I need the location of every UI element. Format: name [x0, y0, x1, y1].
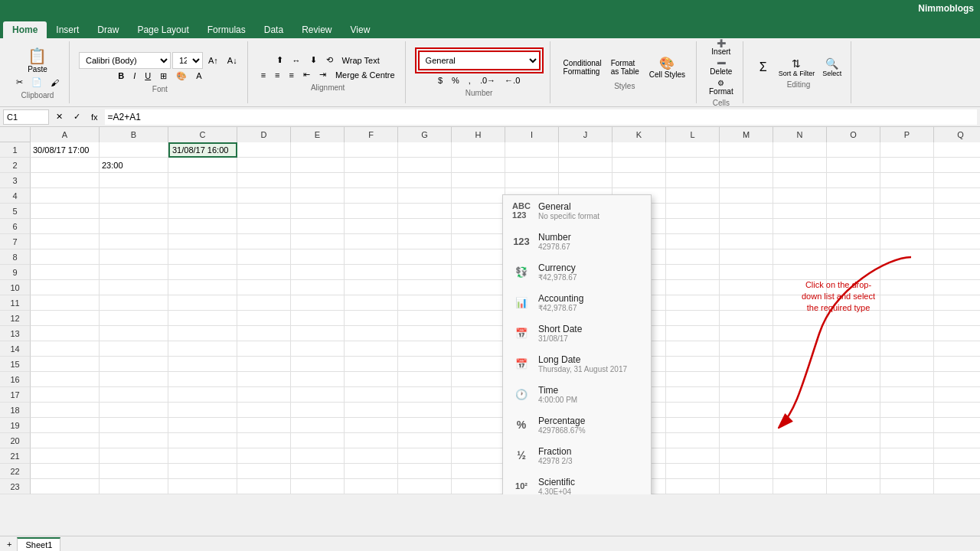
sort-filter-button[interactable]: ⇅ Sort & Filter: [776, 56, 818, 79]
grid-cell[interactable]: [398, 341, 452, 357]
align-left-button[interactable]: ≡: [257, 68, 270, 82]
grid-cell[interactable]: [100, 372, 168, 387]
grid-cell[interactable]: [237, 249, 291, 265]
grid-cell[interactable]: [100, 311, 168, 326]
col-header-g[interactable]: G: [398, 127, 452, 142]
grid-cell[interactable]: [291, 142, 345, 158]
grid-cell[interactable]: [559, 142, 612, 158]
grid-cell[interactable]: [773, 464, 827, 479]
grid-cell[interactable]: [345, 341, 398, 357]
grid-cell[interactable]: [773, 142, 827, 158]
grid-cell[interactable]: [666, 357, 720, 372]
grid-cell[interactable]: [720, 265, 773, 280]
grid-cell[interactable]: [880, 464, 934, 479]
grid-cell[interactable]: [666, 326, 720, 341]
grid-cell[interactable]: [345, 158, 398, 173]
grid-cell[interactable]: [934, 158, 980, 173]
grid-cell[interactable]: [345, 265, 398, 280]
row-header-23[interactable]: 23: [0, 479, 31, 494]
font-family-dropdown[interactable]: Calibri (Body): [79, 52, 171, 69]
grid-cell[interactable]: [100, 464, 168, 479]
grid-cell[interactable]: [666, 249, 720, 265]
grid-cell[interactable]: [345, 249, 398, 265]
grid-cell[interactable]: [452, 433, 505, 448]
row-header-9[interactable]: 9: [0, 265, 31, 280]
tab-insert[interactable]: Insert: [47, 21, 88, 38]
grid-cell[interactable]: [720, 188, 773, 204]
grid-cell[interactable]: [934, 142, 980, 158]
grid-cell[interactable]: [100, 433, 168, 448]
grid-cell[interactable]: [934, 173, 980, 188]
grid-cell[interactable]: [168, 265, 237, 280]
grid-cell[interactable]: [666, 142, 720, 158]
font-size-dropdown[interactable]: 12: [172, 52, 203, 69]
col-header-h[interactable]: H: [452, 127, 505, 142]
conditional-formatting-button[interactable]: ConditionalFormatting: [560, 57, 606, 78]
grid-cell[interactable]: [168, 448, 237, 464]
grid-cell[interactable]: [168, 249, 237, 265]
grid-cell[interactable]: [398, 418, 452, 433]
grid-cell[interactable]: [559, 158, 612, 173]
grid-cell[interactable]: [398, 280, 452, 295]
cell-reference-box[interactable]: C1: [3, 109, 49, 125]
grid-cell[interactable]: [720, 387, 773, 403]
grid-cell[interactable]: [100, 448, 168, 464]
grid-cell[interactable]: [237, 295, 291, 311]
row-header-18[interactable]: 18: [0, 403, 31, 418]
grid-cell[interactable]: [237, 204, 291, 219]
grid-cell[interactable]: [452, 479, 505, 494]
grid-cell[interactable]: [291, 341, 345, 357]
grid-cell[interactable]: [31, 295, 100, 311]
grid-cell[interactable]: [827, 158, 880, 173]
wrap-text-button[interactable]: Wrap Text: [338, 54, 384, 67]
format-option-fraction[interactable]: ½ Fraction 42978 2/3: [503, 440, 651, 471]
grid-cell[interactable]: [666, 433, 720, 448]
grid-cell[interactable]: [291, 295, 345, 311]
grid-cell[interactable]: [720, 280, 773, 295]
grid-cell[interactable]: [100, 234, 168, 249]
grid-cell[interactable]: [934, 479, 980, 494]
grid-cell[interactable]: [452, 403, 505, 418]
grid-cell[interactable]: [168, 280, 237, 295]
grid-cell[interactable]: [452, 418, 505, 433]
row-header-21[interactable]: 21: [0, 448, 31, 464]
font-color-button[interactable]: A: [192, 69, 205, 83]
grid-cell[interactable]: [773, 448, 827, 464]
align-middle-button[interactable]: ↔: [289, 54, 305, 67]
grid-cell[interactable]: [773, 173, 827, 188]
grid-cell[interactable]: [934, 433, 980, 448]
grid-cell[interactable]: [345, 372, 398, 387]
grid-cell[interactable]: [237, 280, 291, 295]
grid-cell[interactable]: [720, 464, 773, 479]
grid-cell[interactable]: [398, 295, 452, 311]
grid-cell[interactable]: [345, 219, 398, 234]
grid-cell[interactable]: [398, 479, 452, 494]
align-right-button[interactable]: ≡: [286, 68, 298, 82]
grid-cell[interactable]: [237, 418, 291, 433]
grid-cell[interactable]: [100, 173, 168, 188]
grid-cell[interactable]: [168, 357, 237, 372]
border-button[interactable]: ⊞: [156, 69, 171, 83]
decrease-indent-button[interactable]: ⇤: [299, 67, 314, 82]
grid-cell[interactable]: [237, 479, 291, 494]
grid-cell[interactable]: [452, 357, 505, 372]
row-header-7[interactable]: 7: [0, 234, 31, 249]
cut-button[interactable]: ✂: [12, 75, 27, 90]
tab-data[interactable]: Data: [255, 21, 292, 38]
grid-cell[interactable]: 31/08/17 16:00: [168, 142, 237, 158]
grid-cell[interactable]: [880, 142, 934, 158]
grid-cell[interactable]: [100, 249, 168, 265]
row-header-12[interactable]: 12: [0, 311, 31, 326]
grid-cell[interactable]: [291, 403, 345, 418]
grid-cell[interactable]: [773, 219, 827, 234]
grid-cell[interactable]: [345, 448, 398, 464]
grid-cell[interactable]: [237, 142, 291, 158]
grid-cell[interactable]: [291, 234, 345, 249]
col-header-m[interactable]: M: [720, 127, 773, 142]
grid-cell[interactable]: [666, 479, 720, 494]
grid-cell[interactable]: [291, 311, 345, 326]
grid-cell[interactable]: [168, 234, 237, 249]
grid-cell[interactable]: [345, 188, 398, 204]
grid-cell[interactable]: [291, 158, 345, 173]
grid-cell[interactable]: [666, 387, 720, 403]
